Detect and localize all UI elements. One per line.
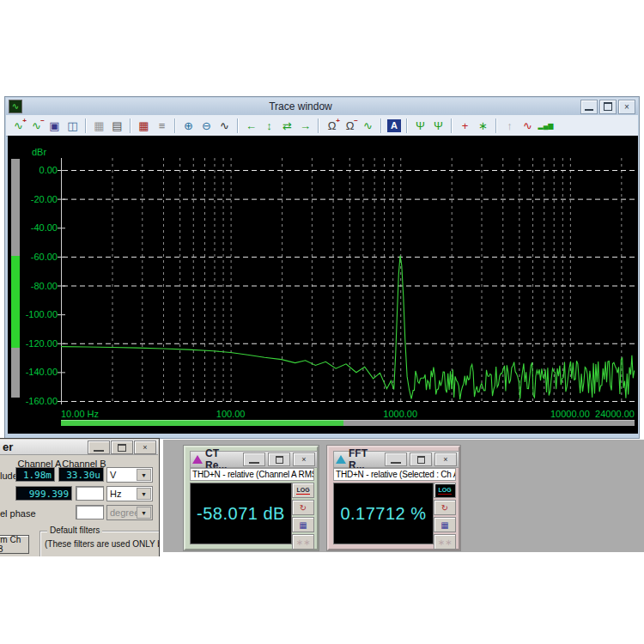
log-scale-button[interactable]: LOG — [292, 483, 314, 498]
y-tick-label: -40.00 — [20, 222, 58, 233]
amplitude-a-display: 1.98m — [15, 467, 55, 482]
threshold-line-icon[interactable]: ∿ — [519, 118, 536, 134]
frequency-unit-select[interactable]: Hz ▼ — [106, 486, 153, 501]
remove-trace-icon[interactable]: ∿− — [28, 118, 45, 134]
frequency-display: 999.399 — [15, 486, 72, 501]
meter-segment — [11, 348, 20, 398]
swap-icon[interactable]: ⇄ — [279, 118, 295, 134]
spectrum-trace — [61, 256, 635, 400]
distribution-icon[interactable]: ▂▄▆ — [538, 118, 554, 134]
cursor-b-icon[interactable]: Ψ — [430, 118, 447, 134]
x-tick-label: 24000.00 — [581, 409, 635, 419]
copy-icon[interactable]: ◫ — [64, 118, 81, 134]
close-button[interactable]: × — [434, 453, 457, 466]
values-list-icon[interactable]: ≡ — [154, 118, 170, 134]
y-tick-label: -160.00 — [20, 396, 58, 406]
ct-value: -58.071 dB — [197, 504, 285, 524]
frequency-b-field[interactable] — [76, 486, 104, 501]
zoom-x-out-icon[interactable]: ⊖ — [198, 118, 215, 134]
y-tick-label: -100.00 — [20, 309, 58, 319]
fft-side-buttons: LOG↻▦∗∗ — [434, 483, 456, 551]
generator-window: er × Channel A Channel B lude 1.98m 33.3… — [0, 438, 160, 556]
axes-properties-icon[interactable]: A — [387, 119, 401, 132]
y-tick-label: -80.00 — [20, 281, 58, 291]
properties-button[interactable]: ▦ — [434, 517, 456, 532]
zoom-y-out-icon[interactable]: Ω− — [342, 118, 358, 134]
close-button[interactable]: × — [134, 440, 156, 454]
zoom-x-in-icon[interactable]: ⊕ — [180, 118, 197, 134]
x-tick-label: 1000.00 — [374, 409, 426, 419]
fft-result-window: FFT R... × THD+N - relative (Selected : … — [326, 445, 461, 551]
close-button[interactable]: × — [618, 100, 635, 114]
restore-button[interactable] — [599, 100, 617, 114]
y-tick-label: -140.00 — [20, 367, 58, 377]
generator-titlebar[interactable]: er × — [0, 440, 158, 455]
spectrum-chart[interactable] — [61, 136, 638, 434]
phase-unit-select[interactable]: degrees ▼ — [106, 505, 153, 520]
undo-zoom-icon[interactable]: ↑ — [501, 118, 518, 134]
transfer-button[interactable]: ∗∗ — [434, 534, 456, 550]
image-export-icon[interactable]: ▦ — [91, 118, 107, 134]
minimize-button[interactable] — [88, 440, 110, 454]
save-icon[interactable]: ▣ — [46, 118, 63, 134]
fit-y-icon[interactable]: ∿ — [360, 118, 376, 134]
print-icon[interactable]: ▤ — [109, 118, 125, 134]
voltage-unit-value: V — [110, 470, 116, 480]
phase-field[interactable] — [76, 505, 104, 519]
waveform-ch-b-button[interactable]: rm Ch B — [0, 535, 29, 554]
transfer-button[interactable]: ∗∗ — [292, 534, 314, 550]
properties-button[interactable]: ▦ — [292, 517, 314, 532]
voltage-unit-select[interactable]: V ▼ — [106, 467, 153, 483]
restore-button[interactable] — [111, 440, 133, 454]
dropdown-arrow-icon[interactable]: ▼ — [137, 488, 151, 500]
icon-badge: − — [40, 117, 45, 125]
desktop: ∿ Trace window × ∿+∿−▣◫▦▤▦≡⊕⊖∿←↕⇄→Ω+Ω−∿A… — [0, 0, 644, 644]
measurement-progress-bar — [61, 420, 635, 426]
edit-table-icon[interactable]: ▦ — [136, 118, 152, 134]
meter-segment — [11, 256, 20, 348]
ct-titlebar[interactable]: CT Re... × — [190, 451, 318, 468]
log-scale-button[interactable]: LOG — [434, 483, 456, 498]
groupbox-legend: Default filters — [47, 526, 102, 535]
refresh-button[interactable]: ↻ — [434, 500, 456, 515]
app-wave-icon: ∿ — [9, 100, 22, 113]
generator-title-fragment: er — [3, 440, 13, 453]
minimize-button[interactable] — [243, 453, 265, 466]
window-title: Trace window — [22, 100, 579, 112]
cursor-a-icon[interactable]: Ψ — [412, 118, 428, 134]
progress-remaining — [343, 420, 635, 426]
clear-marker-icon[interactable]: ∗ — [475, 118, 491, 134]
progress-done — [61, 420, 343, 426]
icon-badge: + — [22, 117, 27, 125]
toolbar-separator — [318, 118, 319, 133]
minimize-button[interactable] — [385, 453, 407, 466]
restore-button[interactable] — [410, 453, 432, 466]
add-trace-icon[interactable]: ∿+ — [10, 118, 27, 134]
spectrum-plot-area[interactable]: dBr 0.00-20.00-40.00-60.00-80.00-100.00-… — [8, 136, 638, 434]
zoom-y-in-icon[interactable]: Ω+ — [324, 118, 340, 134]
pan-left-icon[interactable]: ← — [243, 118, 259, 134]
fit-x-icon[interactable]: ∿ — [216, 118, 233, 134]
default-filters-groupbox: Default filters (These filters are used … — [39, 531, 160, 556]
fft-value: 0.17712 % — [340, 504, 426, 524]
add-marker-icon[interactable]: + — [457, 118, 473, 134]
ct-value-display: -58.071 dB — [190, 483, 292, 544]
minimize-button[interactable] — [580, 100, 598, 114]
filters-note-text: (These filters are used ONLY by — [45, 539, 160, 549]
button-label: LOG — [438, 487, 451, 495]
toolbar-separator — [237, 118, 239, 133]
y-tick-label: -120.00 — [20, 338, 58, 349]
trace-window-titlebar[interactable]: ∿ Trace window × — [6, 98, 638, 115]
pan-up-down-icon[interactable]: ↕ — [261, 118, 277, 134]
restore-button[interactable] — [268, 453, 290, 466]
ct-result-window: CT Re... × THD+N - relative (Channel A R… — [183, 445, 319, 551]
toolbar-separator — [85, 118, 87, 133]
pan-right-icon[interactable]: → — [297, 118, 313, 134]
dropdown-arrow-icon[interactable]: ▼ — [137, 469, 151, 481]
icon-badge: − — [354, 117, 358, 125]
refresh-button[interactable]: ↻ — [292, 500, 314, 515]
close-button[interactable]: × — [293, 453, 315, 466]
button-label: LOG — [296, 487, 309, 495]
fft-titlebar[interactable]: FFT R... × — [333, 451, 459, 468]
y-range-scrollbar[interactable] — [11, 159, 20, 398]
